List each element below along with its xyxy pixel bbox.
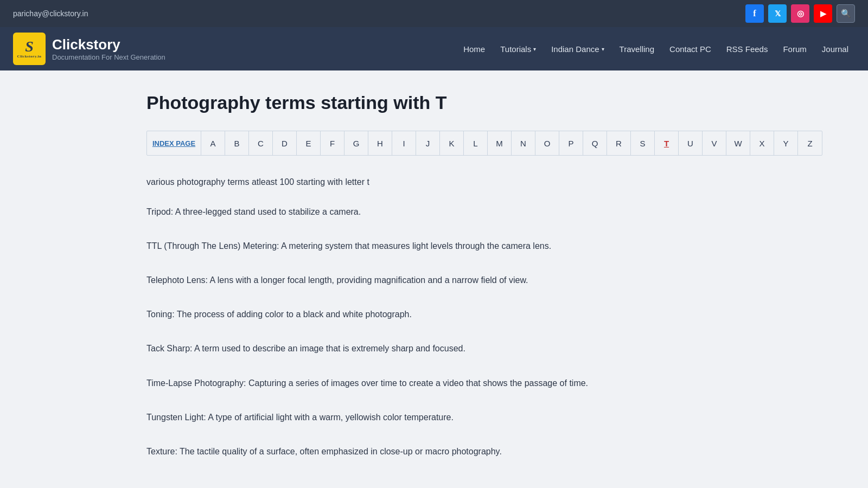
- dropdown-arrow-icon: ▾: [602, 46, 604, 52]
- logo-letter: S: [25, 39, 34, 54]
- nav-item-journal[interactable]: Journal: [815, 40, 855, 58]
- alpha-cell-e[interactable]: E: [297, 131, 321, 155]
- term-item-2: Telephoto Lens: A lens with a longer foc…: [146, 273, 722, 287]
- search-icon[interactable]: 🔍: [837, 4, 855, 23]
- nav-item-travelling[interactable]: Travelling: [613, 40, 661, 58]
- term-item-1: TTL (Through The Lens) Metering: A meter…: [146, 239, 722, 253]
- nav-item-forum[interactable]: Forum: [776, 40, 813, 58]
- twitter-icon[interactable]: 𝕏: [768, 4, 787, 23]
- youtube-icon[interactable]: ▶: [814, 4, 832, 23]
- nav-item-rss-feeds[interactable]: RSS Feeds: [720, 40, 775, 58]
- site-subtitle: Documentation For Next Generation: [52, 53, 165, 61]
- alpha-cell-c[interactable]: C: [249, 131, 273, 155]
- alpha-cell-v[interactable]: V: [703, 131, 726, 155]
- alpha-cell-m[interactable]: M: [488, 131, 512, 155]
- social-icons-group: f 𝕏 ◎ ▶ 🔍: [745, 4, 855, 23]
- alpha-cell-p[interactable]: P: [559, 131, 583, 155]
- alpha-cell-w[interactable]: W: [726, 131, 750, 155]
- alpha-cell-g[interactable]: G: [344, 131, 368, 155]
- site-title-area: Clickstory Documentation For Next Genera…: [52, 36, 165, 61]
- alpha-cell-z[interactable]: Z: [798, 131, 822, 155]
- site-title: Clickstory: [52, 36, 165, 53]
- term-item-3: Toning: The process of adding color to a…: [146, 307, 722, 322]
- logo-small-text: Clickstory.in: [17, 54, 42, 59]
- alpha-cell-d[interactable]: D: [273, 131, 297, 155]
- nav-item-home[interactable]: Home: [457, 40, 492, 58]
- main-nav: HomeTutorials▾Indian Dance▾TravellingCon…: [457, 40, 855, 58]
- term-item-7: Texture: The tactile quality of a surfac…: [146, 444, 722, 459]
- content-area: Photography terms starting with T INDEX …: [136, 70, 732, 488]
- alpha-cell-a[interactable]: A: [201, 131, 225, 155]
- nav-item-contact-pc[interactable]: Contact PC: [663, 40, 718, 58]
- alpha-cell-k[interactable]: K: [440, 131, 464, 155]
- alpha-cell-i[interactable]: I: [392, 131, 416, 155]
- alpha-cell-b[interactable]: B: [225, 131, 249, 155]
- term-item-6: Tungsten Light: A type of artificial lig…: [146, 410, 722, 425]
- alpha-cell-r[interactable]: R: [607, 131, 631, 155]
- page-title: Photography terms starting with T: [146, 92, 722, 113]
- alpha-cell-s[interactable]: S: [631, 131, 655, 155]
- alphabet-nav: INDEX PAGE ABCDEFGHIJKLMNOPQRSTUVWXYZ: [146, 131, 822, 156]
- alpha-cell-u[interactable]: U: [679, 131, 703, 155]
- terms-intro: various photography terms atleast 100 st…: [146, 175, 722, 189]
- alpha-cell-x[interactable]: X: [750, 131, 774, 155]
- alpha-cell-l[interactable]: L: [464, 131, 488, 155]
- alpha-cell-f[interactable]: F: [321, 131, 344, 155]
- logo-box: S Clickstory.in: [13, 33, 46, 65]
- instagram-icon[interactable]: ◎: [791, 4, 809, 23]
- alpha-cell-t[interactable]: T: [655, 131, 679, 155]
- site-header: S Clickstory.in Clickstory Documentation…: [0, 27, 868, 70]
- term-item-5: Time-Lapse Photography: Capturing a seri…: [146, 376, 722, 390]
- nav-item-tutorials[interactable]: Tutorials▾: [494, 40, 542, 58]
- terms-list: Tripod: A three-legged stand used to sta…: [146, 204, 722, 459]
- term-item-0: Tripod: A three-legged stand used to sta…: [146, 204, 722, 219]
- nav-item-indian-dance[interactable]: Indian Dance▾: [545, 40, 610, 58]
- alpha-cell-y[interactable]: Y: [774, 131, 798, 155]
- top-bar: parichay@clickstory.in f 𝕏 ◎ ▶ 🔍: [0, 0, 868, 27]
- alpha-cell-h[interactable]: H: [368, 131, 392, 155]
- alpha-cell-q[interactable]: Q: [583, 131, 607, 155]
- contact-email: parichay@clickstory.in: [13, 9, 88, 18]
- logo-area[interactable]: S Clickstory.in Clickstory Documentation…: [13, 33, 165, 65]
- term-item-4: Tack Sharp: A term used to describe an i…: [146, 341, 722, 356]
- alpha-cell-j[interactable]: J: [416, 131, 440, 155]
- alpha-cell-o[interactable]: O: [535, 131, 559, 155]
- dropdown-arrow-icon: ▾: [533, 46, 536, 52]
- alpha-cell-n[interactable]: N: [512, 131, 535, 155]
- alpha-index-link[interactable]: INDEX PAGE: [147, 131, 201, 155]
- facebook-icon[interactable]: f: [745, 4, 764, 23]
